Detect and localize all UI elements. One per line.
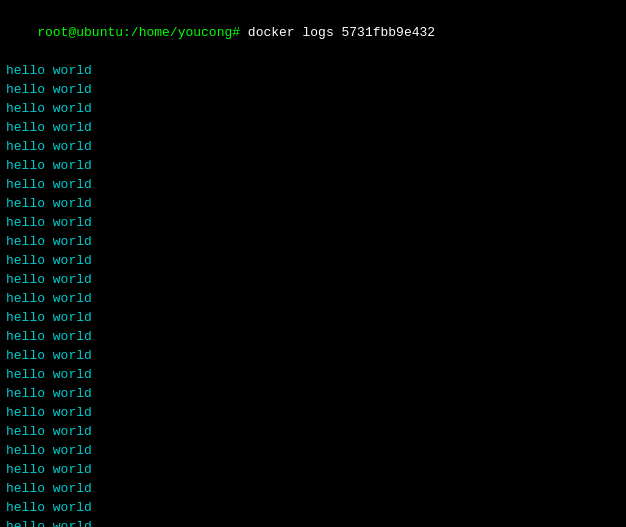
output-line: hello world	[6, 403, 620, 422]
output-line: hello world	[6, 194, 620, 213]
output-line: hello world	[6, 498, 620, 517]
output-line: hello world	[6, 308, 620, 327]
output-line: hello world	[6, 384, 620, 403]
output-line: hello world	[6, 346, 620, 365]
output-line: hello world	[6, 80, 620, 99]
output-line: hello world	[6, 118, 620, 137]
output-line: hello world	[6, 422, 620, 441]
prompt-command: docker logs 5731fbb9e432	[240, 25, 435, 40]
output-line: hello world	[6, 517, 620, 527]
output-line: hello world	[6, 327, 620, 346]
terminal-window: root@ubuntu:/home/youcong# docker logs 5…	[6, 4, 620, 527]
output-line: hello world	[6, 251, 620, 270]
output-line: hello world	[6, 137, 620, 156]
output-line: hello world	[6, 61, 620, 80]
output-line: hello world	[6, 213, 620, 232]
output-line: hello world	[6, 365, 620, 384]
output-lines: hello worldhello worldhello worldhello w…	[6, 61, 620, 527]
output-line: hello world	[6, 460, 620, 479]
output-line: hello world	[6, 441, 620, 460]
output-line: hello world	[6, 289, 620, 308]
output-line: hello world	[6, 479, 620, 498]
output-line: hello world	[6, 232, 620, 251]
output-line: hello world	[6, 270, 620, 289]
output-line: hello world	[6, 99, 620, 118]
prompt-line: root@ubuntu:/home/youcong# docker logs 5…	[6, 4, 620, 61]
prompt-user: root@ubuntu:/home/youcong#	[37, 25, 240, 40]
output-line: hello world	[6, 156, 620, 175]
output-line: hello world	[6, 175, 620, 194]
